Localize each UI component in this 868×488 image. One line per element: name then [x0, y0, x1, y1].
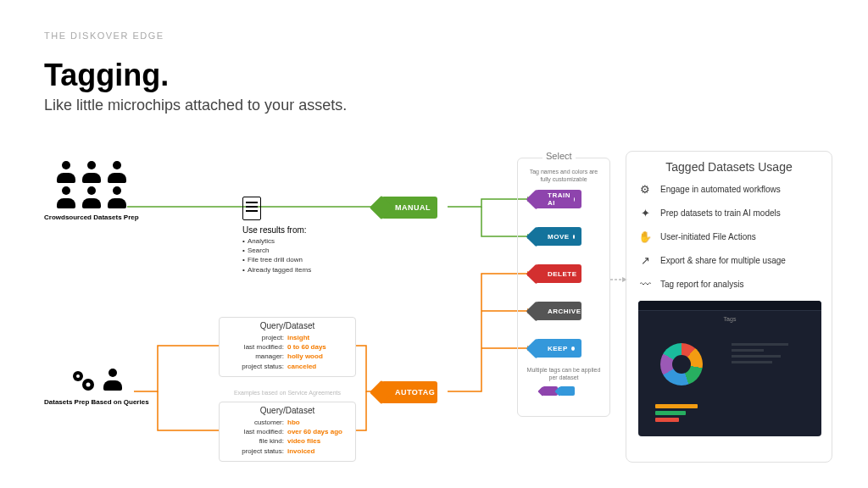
- person-icon: [81, 186, 103, 208]
- usage-item-label: User-initiated File Actions: [660, 232, 756, 241]
- person-icon: [106, 161, 128, 183]
- use-results-item: Analytics: [242, 236, 311, 246]
- query-dataset-box-2: Query/Dataset customer:hbo last modified…: [219, 402, 356, 462]
- brain-icon: ✦: [638, 206, 652, 219]
- select-note-top: Tag names and colors are fully customiza…: [526, 168, 602, 183]
- autotag-tag: AUTOTAG: [381, 381, 437, 403]
- svg-point-9: [86, 383, 90, 387]
- title-dot: .: [160, 58, 169, 92]
- document-icon: [242, 197, 261, 220]
- use-results-item: File tree drill down: [242, 255, 311, 264]
- person-icon: [81, 161, 103, 183]
- archive-tag: ARCHIVE: [536, 302, 581, 320]
- eyebrow: THE DISKOVER EDGE: [44, 30, 347, 41]
- person-icon: [55, 161, 77, 183]
- usage-item-label: Tag report for analysis: [660, 280, 743, 289]
- tags-screenshot: Tags: [638, 301, 821, 436]
- gears-icon: [70, 366, 97, 393]
- usage-panel: Tagged Datasets Usage ⚙Engage in automat…: [626, 151, 832, 463]
- keep-tag: KEEP: [536, 339, 581, 358]
- queries-label: Datasets Prep Based on Queries: [44, 398, 149, 407]
- person-icon: [102, 369, 124, 391]
- document-block: Use results from: Analytics Search File …: [242, 197, 311, 274]
- mini-tag-icon: [559, 386, 575, 396]
- use-results-item: Already tagged items: [242, 265, 311, 274]
- gears-icon: ⚙: [638, 182, 652, 196]
- qbox-note: Examples based on Service Agreements: [219, 390, 356, 396]
- mini-tags: [542, 386, 575, 396]
- select-note-bottom: Multiple tags can be applied per dataset: [526, 366, 602, 381]
- queries-block: Datasets Prep Based on Queries: [44, 366, 149, 407]
- chart-icon: 〰: [638, 277, 652, 291]
- use-results-lead: Use results from:: [242, 225, 311, 235]
- export-icon: ↗: [638, 253, 652, 267]
- crowdsourced-block: Crowdsourced Datasets Prep: [44, 161, 139, 222]
- person-icon: [106, 186, 128, 208]
- usage-title: Tagged Datasets Usage: [638, 160, 820, 174]
- usage-item-label: Engage in automated workflows: [660, 185, 781, 194]
- delete-tag: DELETE: [536, 264, 581, 283]
- hand-icon: ✋: [638, 230, 652, 243]
- trainai-tag: TRAIN AI: [536, 190, 581, 208]
- crowd-label: Crowdsourced Datasets Prep: [44, 214, 139, 222]
- donut-chart-icon: [660, 343, 703, 385]
- select-label: Select: [542, 151, 576, 161]
- usage-item-label: Export & share for multiple usage: [660, 256, 786, 265]
- qbox-title: Query/Dataset: [226, 321, 348, 330]
- page-title: Tagging: [44, 58, 160, 92]
- person-icon: [55, 186, 77, 208]
- use-results-item: Search: [242, 246, 311, 255]
- screenshot-tags-label: Tags: [724, 316, 737, 322]
- subtitle: Like little microchips attached to your …: [44, 97, 347, 114]
- move-tag: MOVE: [536, 227, 581, 246]
- qbox-title: Query/Dataset: [226, 406, 348, 415]
- svg-point-7: [76, 374, 80, 378]
- usage-item-label: Prep datasets to train AI models: [660, 208, 781, 218]
- query-dataset-box-1: Query/Dataset project:insight last modif…: [219, 317, 356, 377]
- manual-tag: MANUAL: [381, 197, 437, 219]
